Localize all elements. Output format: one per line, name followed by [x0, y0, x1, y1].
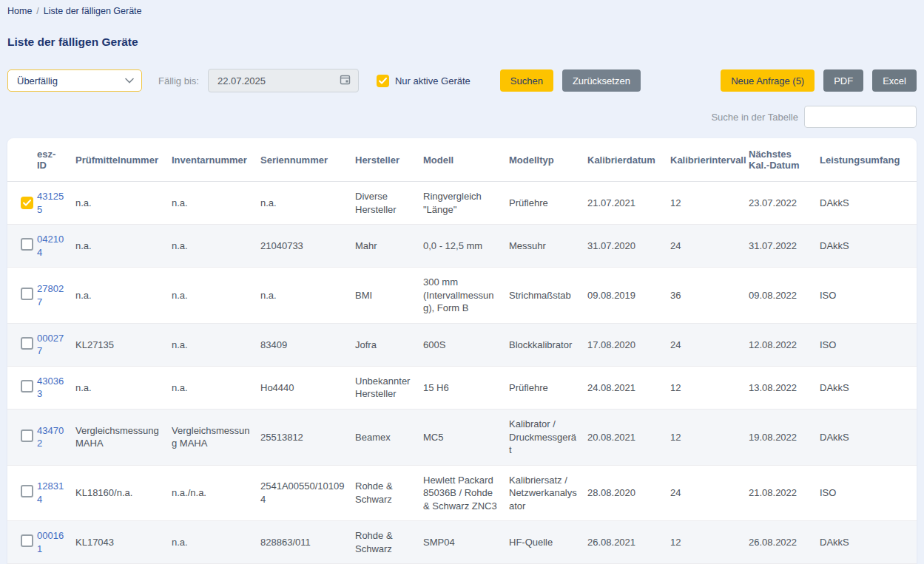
row-checkbox[interactable] — [21, 380, 33, 393]
row-checkbox-cell — [7, 182, 37, 225]
cell-naechstes-kal-datum: 26.08.2022 — [749, 521, 820, 564]
search-button[interactable]: Suchen — [500, 69, 553, 92]
table-row: 430363n.a.n.a.Ho4440Unbekannter Herstell… — [7, 366, 917, 409]
device-id-link[interactable]: 434702 — [37, 425, 64, 449]
cell-kalibrierintervall: 12 — [670, 182, 749, 225]
cell-hersteller: Rohde & Schwarz — [355, 521, 423, 564]
table-header: esz-ID Prüfmittelnummer Inventarnummer S… — [7, 138, 917, 182]
breadcrumb-home-link[interactable]: Home — [7, 6, 32, 16]
device-id-cell: 431255 — [37, 182, 75, 225]
breadcrumb-separator: / — [36, 6, 38, 16]
row-checkbox[interactable] — [21, 429, 33, 442]
cell-kalibrierdatum: 21.07.2021 — [587, 182, 670, 225]
device-id-link[interactable]: 431255 — [37, 191, 64, 215]
cell-modell: 300 mm (Intervallmessung), Form B — [423, 268, 509, 324]
cell-leistungsumfang: DAkkS — [820, 225, 917, 268]
device-id-cell: 000277 — [37, 323, 75, 366]
device-id-link[interactable]: 128314 — [37, 480, 64, 505]
active-devices-checkbox[interactable]: Nur aktive Geräte — [377, 75, 471, 87]
breadcrumb: Home / Liste der fälligen Geräte — [7, 6, 917, 16]
cell-kalibrierdatum: 28.08.2020 — [587, 465, 670, 521]
cell-inventarnummer: n.a. — [172, 323, 260, 366]
row-checkbox[interactable] — [21, 238, 33, 251]
cell-inventarnummer: n.a. — [172, 521, 260, 564]
cell-hersteller: Unbekannter Hersteller — [355, 366, 423, 409]
status-filter-select[interactable]: Überfällig — [7, 69, 142, 92]
row-checkbox[interactable] — [21, 337, 33, 350]
excel-export-button[interactable]: Excel — [872, 69, 917, 92]
breadcrumb-current-link[interactable]: Liste der fälligen Geräte — [44, 6, 142, 16]
calendar-icon[interactable] — [340, 74, 351, 87]
cell-inventarnummer: Vergleichsmessung MAHA — [172, 410, 260, 466]
row-checkbox[interactable] — [21, 288, 33, 300]
device-id-cell: 042104 — [37, 225, 75, 268]
cell-naechstes-kal-datum: 21.08.2022 — [749, 465, 820, 521]
page-root: Home / Liste der fälligen Geräte Liste d… — [0, 0, 924, 564]
row-checkbox-cell — [7, 323, 37, 366]
cell-pruefmittelnummer: n.a. — [75, 182, 172, 225]
status-filter-value: Überfällig — [17, 75, 58, 86]
new-request-button[interactable]: Neue Anfrage (5) — [721, 69, 815, 92]
cell-kalibrierdatum: 24.08.2021 — [587, 366, 670, 409]
cell-pruefmittelnummer: KL18160/n.a. — [75, 465, 172, 521]
cell-naechstes-kal-datum: 31.07.2022 — [749, 225, 820, 268]
column-header-esz-id: esz-ID — [37, 138, 75, 182]
devices-table-card: esz-ID Prüfmittelnummer Inventarnummer S… — [7, 138, 917, 564]
cell-naechstes-kal-datum: 12.08.2022 — [749, 323, 820, 366]
cell-leistungsumfang: ISO — [820, 268, 917, 324]
cell-pruefmittelnummer: KL17043 — [75, 521, 172, 564]
column-header-pruefmittelnummer: Prüfmittelnummer — [75, 138, 172, 182]
cell-kalibrierdatum: 31.07.2020 — [587, 225, 670, 268]
device-id-link[interactable]: 278027 — [37, 283, 64, 308]
device-id-cell: 434702 — [37, 410, 75, 466]
cell-seriennummer: Ho4440 — [260, 366, 355, 409]
row-checkbox[interactable] — [21, 485, 33, 497]
cell-seriennummer: n.a. — [260, 182, 355, 225]
active-devices-label: Nur aktive Geräte — [395, 75, 471, 86]
table-search-input[interactable] — [804, 106, 917, 128]
row-checkbox-cell — [7, 521, 37, 564]
cell-modell: Hewlett Packard 85036B / Rohde & Schwarz… — [423, 465, 509, 521]
cell-pruefmittelnummer: n.a. — [75, 268, 172, 324]
cell-modelltyp: Prüflehre — [509, 366, 587, 409]
cell-modelltyp: Blockkalibrator — [509, 323, 587, 366]
cell-kalibrierdatum: 26.08.2021 — [587, 521, 670, 564]
device-id-cell: 000161 — [37, 521, 75, 564]
device-id-link[interactable]: 000277 — [37, 333, 64, 357]
cell-pruefmittelnummer: n.a. — [75, 366, 172, 409]
cell-hersteller: Jofra — [355, 323, 423, 366]
due-date-input[interactable]: 22.07.2025 — [208, 69, 359, 92]
row-checkbox-checked[interactable] — [21, 197, 33, 209]
column-header-hersteller: Hersteller — [355, 138, 423, 182]
table-row: 000161KL17043n.a.828863/011Rohde & Schwa… — [7, 521, 917, 564]
column-header-kalibrierdatum: Kalibrierdatum — [587, 138, 670, 182]
cell-kalibrierintervall: 24 — [670, 323, 749, 366]
cell-hersteller: Beamex — [355, 410, 423, 466]
reset-button[interactable]: Zurücksetzen — [562, 69, 641, 92]
pdf-export-button[interactable]: PDF — [823, 69, 863, 92]
cell-modell: 600S — [423, 323, 509, 366]
devices-table: esz-ID Prüfmittelnummer Inventarnummer S… — [7, 138, 917, 564]
device-id-link[interactable]: 042104 — [37, 234, 64, 258]
column-header-kalibrierintervall: Kalibrierintervall — [670, 138, 749, 182]
cell-kalibrierdatum: 17.08.2020 — [587, 323, 670, 366]
cell-hersteller: Mahr — [355, 225, 423, 268]
cell-seriennummer: 21040733 — [260, 225, 355, 268]
cell-hersteller: Diverse Hersteller — [355, 182, 423, 225]
table-row: 128314KL18160/n.a.n.a./n.a.2541A00550/10… — [7, 465, 917, 521]
column-header-inventarnummer: Inventarnummer — [172, 138, 260, 182]
device-id-link[interactable]: 430363 — [37, 376, 64, 400]
cell-seriennummer: 828863/011 — [260, 521, 355, 564]
cell-inventarnummer: n.a. — [172, 225, 260, 268]
cell-modelltyp: HF-Quelle — [509, 521, 587, 564]
column-header-modell: Modell — [423, 138, 509, 182]
checkbox-checked-icon — [377, 75, 389, 87]
cell-hersteller: BMI — [355, 268, 423, 324]
cell-leistungsumfang: ISO — [820, 465, 917, 521]
cell-seriennummer: 2541A00550/101094 — [260, 465, 355, 521]
row-checkbox[interactable] — [21, 534, 33, 547]
cell-modell: Ringvergleich "Länge" — [423, 182, 509, 225]
device-id-cell: 128314 — [37, 465, 75, 521]
cell-modelltyp: Strichmaßstab — [509, 268, 587, 324]
device-id-link[interactable]: 000161 — [37, 530, 64, 554]
